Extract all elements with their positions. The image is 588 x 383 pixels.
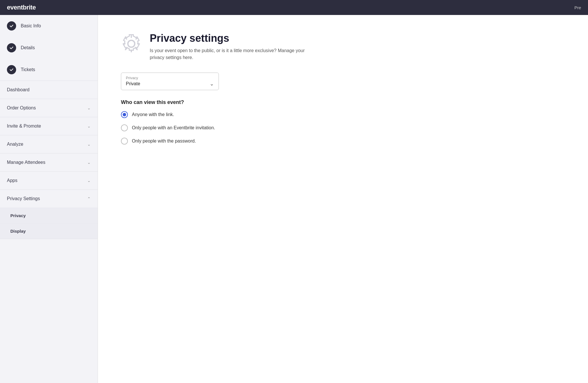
radio-option-password[interactable]: Only people with the password. (121, 138, 565, 145)
radio-eventbrite-invitation-indicator (121, 124, 128, 131)
apps-section: Apps ⌄ (0, 172, 98, 190)
invite-promote-section: Invite & Promote ⌄ (0, 117, 98, 135)
manage-attendees-section: Manage Attendees ⌄ (0, 153, 98, 172)
sidebar-item-analyze[interactable]: Analyze ⌄ (0, 135, 98, 153)
radio-eventbrite-invitation-label: Only people with an Eventbrite invitatio… (132, 125, 215, 130)
check-icon-details (7, 43, 16, 52)
sidebar-label-details: Details (21, 45, 35, 50)
sidebar-item-order-options[interactable]: Order Options ⌄ (0, 99, 98, 117)
invite-promote-label: Invite & Promote (7, 124, 41, 129)
check-icon-basic-info (7, 21, 16, 31)
sidebar: Basic Info Details Tickets (0, 15, 98, 383)
privacy-select-label: Privacy (126, 76, 214, 80)
privacy-settings-section: Privacy Settings ⌃ Privacy Display (0, 190, 98, 239)
sidebar-item-details[interactable]: Details (0, 37, 98, 59)
page-header-text: Privacy settings Is your event open to t… (150, 32, 317, 61)
check-icon-tickets (7, 65, 16, 74)
radio-option-anyone-link[interactable]: Anyone with the link. (121, 111, 565, 118)
manage-attendees-label: Manage Attendees (7, 160, 45, 165)
order-options-section: Order Options ⌄ (0, 99, 98, 117)
layout: Basic Info Details Tickets (0, 15, 588, 383)
sidebar-item-basic-info[interactable]: Basic Info (0, 15, 98, 37)
who-can-view-question: Who can view this event? (121, 99, 565, 105)
svg-point-1 (128, 40, 135, 47)
dashboard-label: Dashboard (7, 87, 29, 92)
analyze-section: Analyze ⌄ (0, 135, 98, 153)
radio-password-label: Only people with the password. (132, 139, 196, 144)
privacy-select-value: Private (126, 81, 140, 86)
privacy-select-row: Private ⌄ (126, 81, 214, 87)
analyze-label: Analyze (7, 142, 23, 147)
radio-anyone-link-indicator (121, 111, 128, 118)
chevron-down-icon-5: ⌄ (87, 178, 91, 183)
page-title: Privacy settings (150, 32, 317, 44)
chevron-down-icon-3: ⌄ (87, 142, 91, 147)
gear-icon (121, 33, 142, 55)
sidebar-label-tickets: Tickets (21, 67, 35, 72)
completed-items-section: Basic Info Details Tickets (0, 15, 98, 81)
dashboard-section: Dashboard (0, 81, 98, 99)
privacy-subitem-label: Privacy (10, 213, 26, 218)
who-can-view-section: Who can view this event? Anyone with the… (121, 99, 565, 145)
sidebar-label-basic-info: Basic Info (21, 23, 41, 29)
dropdown-chevron-icon: ⌄ (210, 81, 214, 87)
sidebar-item-tickets[interactable]: Tickets (0, 59, 98, 81)
chevron-down-icon-2: ⌄ (87, 124, 91, 128)
privacy-dropdown-wrap: Privacy Private ⌄ (121, 73, 565, 90)
sidebar-subitem-privacy[interactable]: Privacy (0, 208, 98, 223)
display-subitem-label: Display (10, 229, 26, 234)
order-options-label: Order Options (7, 105, 36, 111)
radio-password-indicator (121, 138, 128, 145)
logo[interactable]: eventbrite (7, 4, 36, 11)
sidebar-subitem-display[interactable]: Display (0, 223, 98, 239)
page-description: Is your event open to the public, or is … (150, 47, 317, 61)
chevron-down-icon: ⌄ (87, 106, 91, 110)
page-header: Privacy settings Is your event open to t… (121, 32, 565, 61)
sidebar-item-invite-promote[interactable]: Invite & Promote ⌄ (0, 117, 98, 135)
radio-option-eventbrite-invitation[interactable]: Only people with an Eventbrite invitatio… (121, 124, 565, 131)
sidebar-item-dashboard[interactable]: Dashboard (0, 81, 98, 99)
privacy-select[interactable]: Privacy Private ⌄ (121, 73, 219, 90)
chevron-up-icon: ⌃ (87, 196, 91, 201)
chevron-down-icon-4: ⌄ (87, 160, 91, 165)
sidebar-item-privacy-settings[interactable]: Privacy Settings ⌃ (0, 190, 98, 208)
sidebar-item-apps[interactable]: Apps ⌄ (0, 172, 98, 189)
apps-label: Apps (7, 178, 17, 183)
radio-anyone-link-label: Anyone with the link. (132, 112, 174, 117)
sidebar-item-manage-attendees[interactable]: Manage Attendees ⌄ (0, 153, 98, 171)
top-right-label: Pre (574, 5, 581, 10)
top-nav: eventbrite Pre (0, 0, 588, 15)
main-content: Privacy settings Is your event open to t… (98, 15, 588, 383)
privacy-settings-label: Privacy Settings (7, 196, 40, 201)
